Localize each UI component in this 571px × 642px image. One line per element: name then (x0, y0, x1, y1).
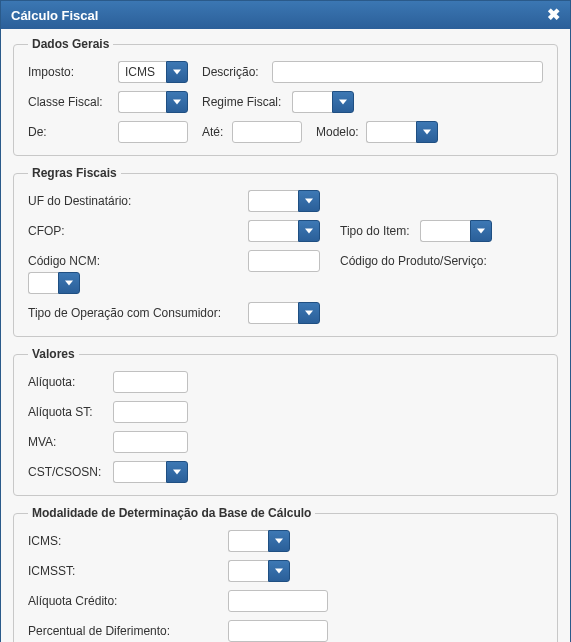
svg-marker-7 (65, 281, 73, 286)
label-icmsst: ICMSST: (28, 564, 228, 578)
chevron-down-icon[interactable] (58, 272, 80, 294)
uf-value (248, 190, 298, 212)
window-title: Cálculo Fiscal (11, 8, 98, 23)
label-mva: MVA: (28, 435, 113, 449)
prodserv-combo[interactable] (28, 272, 80, 294)
cst-value (113, 461, 166, 483)
fieldset-modalidade: Modalidade de Determinação da Base de Cá… (13, 506, 558, 642)
legend-valores: Valores (28, 347, 79, 361)
label-de: De: (28, 125, 118, 139)
ate-input[interactable] (232, 121, 302, 143)
chevron-down-icon[interactable] (298, 220, 320, 242)
label-tipoop: Tipo de Operação com Consumidor: (28, 306, 248, 320)
chevron-down-icon[interactable] (268, 530, 290, 552)
chevron-down-icon[interactable] (166, 91, 188, 113)
dialog-calculo-fiscal: Cálculo Fiscal ✖ Dados Gerais Imposto: I… (0, 0, 571, 642)
mva-input[interactable] (113, 431, 188, 453)
label-aliqcred: Alíquota Crédito: (28, 594, 228, 608)
tipoitem-value (420, 220, 470, 242)
label-aliquotast: Alíquota ST: (28, 405, 113, 419)
label-descricao: Descrição: (202, 65, 272, 79)
chevron-down-icon[interactable] (268, 560, 290, 582)
label-icms: ICMS: (28, 534, 228, 548)
chevron-down-icon[interactable] (416, 121, 438, 143)
label-cst: CST/CSOSN: (28, 465, 113, 479)
label-imposto: Imposto: (28, 65, 118, 79)
classe-value (118, 91, 166, 113)
svg-marker-4 (305, 199, 313, 204)
chevron-down-icon[interactable] (298, 190, 320, 212)
label-cfop: CFOP: (28, 224, 248, 238)
cfop-value (248, 220, 298, 242)
label-uf: UF do Destinatário: (28, 194, 248, 208)
label-modelo: Modelo: (316, 125, 366, 139)
icms-combo[interactable] (228, 530, 290, 552)
svg-marker-2 (339, 100, 347, 105)
label-percdif: Percentual de Diferimento: (28, 624, 228, 638)
dialog-content: Dados Gerais Imposto: ICMS Descrição: Cl… (1, 29, 570, 642)
legend-regras: Regras Fiscais (28, 166, 121, 180)
label-prodserv: Código do Produto/Serviço: (340, 254, 495, 268)
uf-combo[interactable] (248, 190, 320, 212)
chevron-down-icon[interactable] (298, 302, 320, 324)
regime-value (292, 91, 332, 113)
legend-modalidade: Modalidade de Determinação da Base de Cá… (28, 506, 315, 520)
ncm-input[interactable] (248, 250, 320, 272)
legend-dados-gerais: Dados Gerais (28, 37, 113, 51)
label-regime: Regime Fiscal: (202, 95, 292, 109)
label-ncm: Código NCM: (28, 254, 248, 268)
tipoop-combo[interactable] (248, 302, 320, 324)
tipoop-value (248, 302, 298, 324)
regime-combo[interactable] (292, 91, 354, 113)
svg-marker-6 (477, 229, 485, 234)
label-classe: Classe Fiscal: (28, 95, 118, 109)
fieldset-regras-fiscais: Regras Fiscais UF do Destinatário: CFOP:… (13, 166, 558, 337)
svg-marker-1 (173, 100, 181, 105)
icmsst-value (228, 560, 268, 582)
chevron-down-icon[interactable] (470, 220, 492, 242)
imposto-combo[interactable]: ICMS (118, 61, 188, 83)
modelo-combo[interactable] (366, 121, 438, 143)
modelo-value (366, 121, 416, 143)
svg-marker-10 (275, 539, 283, 544)
prodserv-value (28, 272, 58, 294)
aliqcred-input[interactable] (228, 590, 328, 612)
cfop-combo[interactable] (248, 220, 320, 242)
titlebar: Cálculo Fiscal ✖ (1, 1, 570, 29)
svg-marker-11 (275, 569, 283, 574)
fieldset-dados-gerais: Dados Gerais Imposto: ICMS Descrição: Cl… (13, 37, 558, 156)
chevron-down-icon[interactable] (332, 91, 354, 113)
svg-marker-0 (173, 70, 181, 75)
icmsst-combo[interactable] (228, 560, 290, 582)
svg-marker-5 (305, 229, 313, 234)
close-icon[interactable]: ✖ (547, 7, 560, 23)
label-ate: Até: (202, 125, 232, 139)
cst-combo[interactable] (113, 461, 188, 483)
chevron-down-icon[interactable] (166, 461, 188, 483)
aliquotast-input[interactable] (113, 401, 188, 423)
label-tipoitem: Tipo do Item: (340, 224, 420, 238)
imposto-value: ICMS (118, 61, 166, 83)
fieldset-valores: Valores Alíquota: Alíquota ST: MVA: CST/… (13, 347, 558, 496)
classe-combo[interactable] (118, 91, 188, 113)
chevron-down-icon[interactable] (166, 61, 188, 83)
svg-marker-8 (305, 311, 313, 316)
descricao-input[interactable] (272, 61, 543, 83)
svg-marker-3 (423, 130, 431, 135)
svg-marker-9 (173, 470, 181, 475)
de-input[interactable] (118, 121, 188, 143)
label-aliquota: Alíquota: (28, 375, 113, 389)
icms-value (228, 530, 268, 552)
tipoitem-combo[interactable] (420, 220, 492, 242)
percdif-input[interactable] (228, 620, 328, 642)
aliquota-input[interactable] (113, 371, 188, 393)
